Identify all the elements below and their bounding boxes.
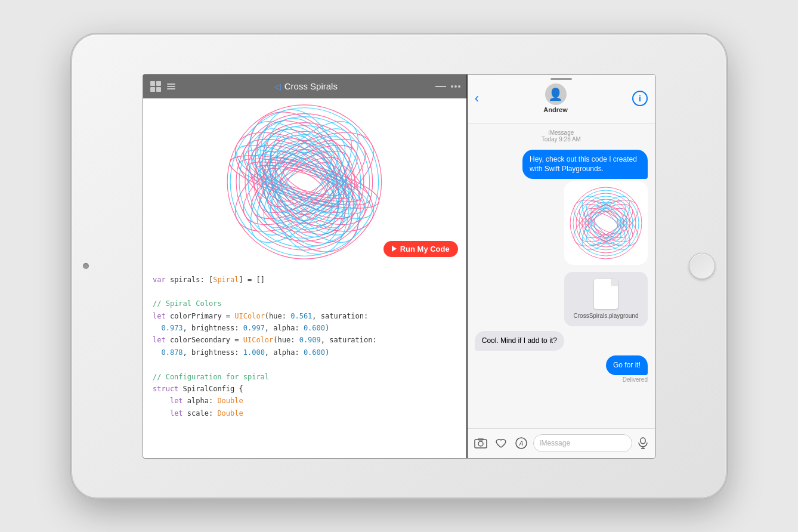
code-line-3: let colorPrimary = UIColor(hue: 0.561, s…	[153, 310, 457, 322]
message-bubble-3: Cool. Mind if I add to it?	[475, 331, 564, 351]
svg-rect-86	[641, 438, 645, 444]
ipad-device: ◁ Cross Spirals	[71, 33, 727, 499]
message-file-bubble: CrossSpirals.playground	[564, 272, 648, 326]
ipad-screen: ◁ Cross Spirals	[143, 74, 655, 459]
title-back-arrow: ◁	[274, 82, 281, 91]
imessage-placeholder: iMessage	[540, 439, 570, 447]
message-4: Go for it! Delivered	[475, 355, 648, 383]
topbar-right-icons	[435, 85, 460, 88]
code-line-scale: let scale: Double	[153, 407, 457, 419]
notch-bar	[550, 78, 572, 80]
playground-topbar: ◁ Cross Spirals	[143, 75, 466, 98]
playground-title-area: ◁ Cross Spirals	[177, 81, 435, 91]
topbar-left-icons	[149, 80, 177, 93]
message-bubble-4: Go for it!	[606, 355, 648, 375]
menu-icon[interactable]	[166, 82, 177, 91]
run-button[interactable]: Run My Code	[383, 241, 458, 257]
message-timestamp: iMessage Today 9:28 AM	[475, 129, 648, 143]
more-icon[interactable]	[451, 85, 460, 88]
playground-title: Cross Spirals	[284, 81, 338, 91]
messages-back-button[interactable]: ‹	[475, 91, 479, 106]
apps-button[interactable]: A	[513, 435, 530, 451]
svg-rect-81	[475, 440, 487, 448]
code-line-6: 0.878, brightness: 1.000, alpha: 0.600)	[153, 347, 457, 358]
code-line-alpha: let alpha: Double	[153, 395, 457, 407]
messages-input-bar: A iMessage	[468, 428, 655, 458]
file-name: CrossSpirals.playground	[574, 313, 639, 319]
code-editor[interactable]: var spirals: [Spiral] = [] // Spiral Col…	[143, 265, 466, 458]
contact-name: Andrew	[543, 106, 567, 113]
imessage-input[interactable]: iMessage	[533, 434, 632, 452]
messages-panel: ‹ 👤 Andrew i iMessage Today 9:28 AM	[468, 75, 655, 458]
heart-icon-button[interactable]	[493, 435, 509, 451]
grid-icon[interactable]	[149, 80, 162, 93]
home-button[interactable]	[689, 253, 715, 279]
code-line-1: var spirals: [Spiral] = []	[153, 274, 457, 286]
message-1: Hey, check out this code I created with …	[475, 150, 648, 265]
code-line-comment-2: // Configuration for spiral	[153, 371, 457, 383]
message-2: CrossSpirals.playground	[475, 270, 648, 326]
file-icon	[594, 279, 618, 309]
svg-rect-59	[564, 181, 648, 265]
code-line-5: let colorSecondary = UIColor(hue: 0.909,…	[153, 334, 457, 346]
messages-topbar: ‹ 👤 Andrew i	[468, 75, 655, 123]
svg-rect-0	[143, 98, 466, 264]
avatar-icon: 👤	[548, 87, 563, 101]
svg-point-82	[478, 441, 483, 446]
code-line-comment-1: // Spiral Colors	[153, 298, 457, 310]
camera-dot	[83, 263, 89, 269]
contact-info: 👤 Andrew	[479, 83, 632, 113]
camera-button[interactable]	[472, 435, 489, 451]
spiral-visualization: Run My Code	[143, 98, 466, 265]
run-icon	[392, 246, 397, 252]
mic-button[interactable]	[636, 436, 650, 450]
message-bubble-1: Hey, check out this code I created with …	[522, 150, 648, 180]
code-line-4: 0.973, brightness: 0.997, alpha: 0.600)	[153, 322, 457, 334]
delivered-status: Delivered	[623, 376, 648, 383]
messages-nav: ‹ 👤 Andrew i	[468, 83, 655, 113]
run-label: Run My Code	[400, 245, 450, 253]
contact-info-button[interactable]: i	[632, 91, 648, 106]
code-line-struct: struct SpiralConfig {	[153, 383, 457, 395]
minus-icon[interactable]	[435, 86, 446, 87]
message-3: Cool. Mind if I add to it?	[475, 331, 648, 351]
playground-panel: ◁ Cross Spirals	[143, 75, 468, 458]
avatar: 👤	[545, 83, 567, 105]
messages-body: iMessage Today 9:28 AM Hey, check out th…	[468, 123, 655, 428]
svg-text:A: A	[518, 440, 523, 447]
message-image-1	[564, 181, 648, 265]
